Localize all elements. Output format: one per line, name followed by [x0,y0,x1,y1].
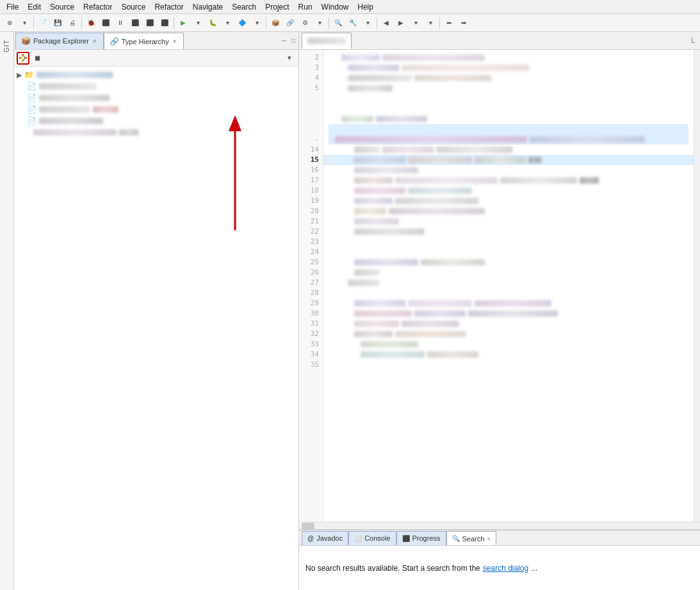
code-line-26 [329,267,688,278]
editor-area: 2 3 4 5 - 14 15 16 17 18 19 20 21 22 23 [299,50,700,522]
tab-type-hierarchy[interactable]: 🔗 Type Hierarchy × [104,33,184,49]
tab-javadoc[interactable]: @ Javadoc [302,531,348,545]
tree-item-5[interactable]: 📄 [14,115,298,127]
toolbar-btn-step3[interactable]: ⬛ [158,16,172,30]
editor-tab-main[interactable] [302,33,352,49]
code-line-18 [329,186,688,196]
menu-refactor1[interactable]: Refactor [79,1,116,13]
toolbar-btn-debug-arrow[interactable]: ▾ [220,16,234,30]
toolbar-group-5: 📦 🔗 ⚙ ▾ [268,16,327,30]
horizontal-scrollbar[interactable] [299,522,700,529]
menu-source2[interactable]: Source [117,1,149,13]
tree-area[interactable]: ▶ 📁 📄 📄 📄 📄 [14,67,298,590]
tab-type-hierarchy-close[interactable]: × [172,38,178,45]
line-num-3: 3 [314,63,319,73]
tab-search[interactable]: 🔍 Search × [446,531,496,545]
toolbar-btn-arrow3[interactable]: ▾ [361,16,375,30]
toolbar-btn-file[interactable]: 📄 [36,16,50,30]
toolbar-btn-new[interactable]: ⊕ [3,16,17,30]
toolbar-btn-pkg[interactable]: 📦 [268,16,282,30]
toolbar-btn-back[interactable]: ◀ [379,16,393,30]
tree-icon-4: 📄 [27,105,37,114]
search-dialog-link[interactable]: search dialog [483,564,528,573]
tab-progress-label: Progress [412,534,441,542]
progress-icon: ⬛ [402,535,410,542]
menu-refactor2[interactable]: Refactor [151,1,187,13]
code-line-21 [329,216,688,227]
toolbar-btn-cfg[interactable]: ⚙ [298,16,312,30]
tab-package-explorer[interactable]: 📦 Package Explorer × [15,33,104,49]
console-icon: ⬜ [354,535,362,542]
tree-item-2[interactable]: 📄 [14,81,298,92]
javadoc-icon: @ [307,535,314,542]
toolbar-btn-save[interactable]: 💾 [51,16,65,30]
code-line-17 [329,175,688,186]
panel-btn-2[interactable]: ◼ [31,52,44,65]
line-num-34: 34 [311,349,319,360]
tab-console[interactable]: ⬜ Console [348,531,396,545]
scrollbar-left-btn[interactable] [302,523,314,529]
tree-label-3 [39,95,110,101]
toolbar-group-6: 🔍 🔧 ▾ [331,16,375,30]
line-num-16: 16 [311,165,319,175]
tab-search-close[interactable]: × [487,536,490,542]
toolbar-btn-arrow5[interactable]: ▾ [423,16,437,30]
menu-window[interactable]: Window [318,1,353,13]
tree-label-2 [39,83,97,90]
toolbar-btn-nav-fwd[interactable]: ➡ [457,16,471,30]
editor-tab-right-label: L [688,37,697,44]
menu-file[interactable]: File [3,1,22,13]
line-num-blank1 [314,93,319,104]
svg-rect-0 [19,57,21,59]
menu-search[interactable]: Search [228,1,260,13]
tree-item-3[interactable]: 📄 [14,92,298,104]
toolbar-btn-run-arrow[interactable]: ▾ [191,16,205,30]
code-content[interactable] [323,50,694,522]
toolbar-btn-debug2[interactable]: 🐛 [206,16,220,30]
toolbar-btn-arrow4[interactable]: ▾ [409,16,423,30]
maximize-btn[interactable]: □ [289,36,297,45]
panel-dropdown-btn[interactable]: ▾ [283,52,296,65]
toolbar-btn-stop[interactable]: ⬛ [99,16,113,30]
toolbar-btn-run[interactable]: ▶ [176,16,190,30]
toolbar-btn-nav-back[interactable]: ⬅ [442,16,456,30]
toolbar-btn-coverage-arrow[interactable]: ▾ [250,16,264,30]
toolbar-btn-forward[interactable]: ▶ [394,16,408,30]
toolbar-btn-arrow[interactable]: ▾ [17,16,31,30]
editor-scrollbar[interactable] [694,50,700,522]
code-line-16 [329,165,688,175]
toolbar-btn-arrow2[interactable]: ▾ [313,16,327,30]
menu-edit[interactable]: Edit [24,1,45,13]
line-num-30: 30 [311,308,319,319]
tree-item-1[interactable]: ▶ 📁 [14,69,298,81]
menu-source1[interactable]: Source [46,1,78,13]
toolbar-btn-step2[interactable]: ⬛ [143,16,157,30]
tab-package-explorer-close[interactable]: × [92,38,98,45]
show-hierarchy-btn[interactable] [17,52,29,65]
tree-item-4[interactable]: 📄 [14,104,298,115]
toolbar-btn-step[interactable]: ⬛ [128,16,142,30]
tree-label-6 [33,129,117,136]
toolbar-btn-search[interactable]: 🔍 [331,16,345,30]
toolbar-btn-refactor[interactable]: 🔧 [346,16,360,30]
tree-item-6[interactable] [14,127,298,138]
code-line-blank4 [329,124,688,134]
toolbar-btn-pause[interactable]: ⏸ [113,16,127,30]
toolbar-btn-ref[interactable]: 🔗 [283,16,297,30]
code-line-30 [329,308,688,319]
menu-run[interactable]: Run [295,1,316,13]
toolbar-btn-print[interactable]: 🖨 [65,16,79,30]
left-panel: 📦 Package Explorer × 🔗 Type Hierarchy × … [14,32,299,590]
line-num-dash: - [314,134,319,145]
tab-progress[interactable]: ⬛ Progress [396,531,446,545]
minimize-btn[interactable]: ─ [280,36,288,45]
menu-navigate[interactable]: Navigate [189,1,227,13]
code-line-28 [329,288,688,298]
menu-help[interactable]: Help [354,1,377,13]
line-numbers: 2 3 4 5 - 14 15 16 17 18 19 20 21 22 23 [299,50,323,522]
toolbar-btn-coverage[interactable]: 🔷 [235,16,249,30]
code-line-blank3 [329,114,688,124]
bottom-panel: @ Javadoc ⬜ Console ⬛ Progress 🔍 Search … [299,529,700,590]
menu-project[interactable]: Project [261,1,293,13]
toolbar-btn-debug[interactable]: 🐞 [84,16,98,30]
